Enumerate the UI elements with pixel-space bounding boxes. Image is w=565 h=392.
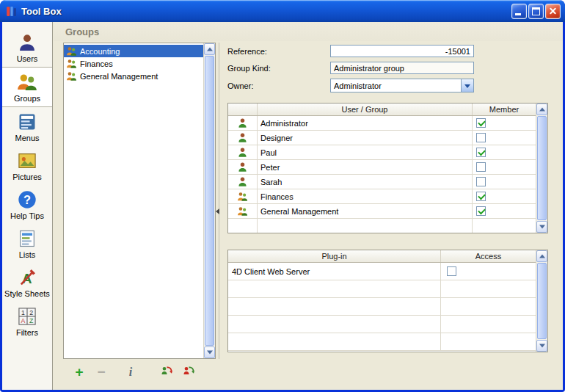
sidebar-item-menus[interactable]: Menus: [2, 107, 52, 146]
groups-list: Accounting Finances: [63, 43, 216, 359]
group-list-item[interactable]: Accounting: [64, 45, 203, 57]
export-users-button[interactable]: [180, 363, 197, 381]
scrollbar-thumb[interactable]: [537, 263, 547, 339]
owner-dropdown[interactable]: Administrator: [330, 79, 474, 92]
icon-column-header[interactable]: [228, 104, 258, 115]
sidebar-item-lists[interactable]: Lists: [2, 224, 52, 263]
user-icon: [237, 176, 248, 187]
sidebar-item-help-tips[interactable]: ? Help Tips: [2, 185, 52, 224]
add-group-button[interactable]: +: [70, 363, 88, 381]
info-button[interactable]: i: [122, 363, 139, 381]
page-header: Groups: [54, 22, 563, 41]
maximize-button[interactable]: [528, 4, 544, 19]
group-list-item[interactable]: General Management: [64, 70, 203, 82]
window-title: Tool Box: [21, 6, 511, 17]
scrollbar-thumb[interactable]: [205, 56, 214, 346]
close-button[interactable]: [545, 4, 561, 19]
empty-table-row[interactable]: [228, 219, 536, 233]
scroll-up-button[interactable]: [204, 43, 215, 55]
splitter[interactable]: [217, 43, 221, 359]
arrow-up-icon: [207, 48, 213, 51]
reference-field[interactable]: -15001: [330, 45, 474, 57]
member-checkbox[interactable]: [476, 192, 486, 201]
scroll-up-button[interactable]: [536, 250, 547, 262]
sidebar-item-label: Pictures: [12, 173, 42, 181]
table-row[interactable]: 4D Client Web Server: [228, 263, 536, 280]
member-checkbox[interactable]: [476, 162, 486, 172]
group-icon: [66, 46, 77, 57]
members-table: User / Group Member Administrator Design…: [227, 103, 548, 233]
group-name: Accounting: [80, 47, 120, 56]
minimize-button[interactable]: [511, 4, 527, 19]
group-kind-label: Group Kind:: [227, 64, 271, 73]
empty-table-row[interactable]: [228, 316, 536, 333]
access-column-header[interactable]: Access: [441, 250, 536, 262]
group-kind-field[interactable]: Administrator group: [330, 62, 474, 74]
scroll-up-button[interactable]: [536, 104, 547, 115]
dropdown-button[interactable]: [461, 79, 473, 92]
empty-table-row[interactable]: [228, 333, 536, 351]
scroll-down-button[interactable]: [204, 346, 215, 358]
table-row[interactable]: Finances: [228, 189, 536, 204]
reference-value: -15001: [445, 47, 470, 56]
member-name: Paul: [258, 145, 473, 159]
member-checkbox[interactable]: [476, 177, 486, 186]
plugin-column-header[interactable]: Plug-in: [228, 250, 441, 262]
import-users-button[interactable]: [158, 363, 175, 381]
arrow-up-icon: [539, 255, 545, 258]
group-icon: [66, 58, 77, 69]
page-title: Groups: [65, 26, 99, 37]
arrow-down-icon: [207, 351, 213, 355]
member-column-header[interactable]: Member: [473, 104, 536, 115]
table-row[interactable]: Administrator: [228, 116, 536, 131]
svg-text:A: A: [21, 317, 25, 324]
export-users-icon: [182, 364, 195, 380]
group-icon: [237, 206, 248, 217]
user-group-column-header[interactable]: User / Group: [258, 104, 473, 115]
sidebar-item-filters[interactable]: 1 2 A Z Filters: [2, 302, 52, 341]
user-icon: [237, 147, 248, 158]
arrow-up-icon: [539, 108, 545, 112]
access-checkbox[interactable]: [447, 266, 456, 276]
table-row[interactable]: General Management: [228, 204, 536, 219]
table-row[interactable]: Paul: [228, 145, 536, 160]
table-row[interactable]: Sarah: [228, 175, 536, 189]
member-checkbox[interactable]: [476, 118, 486, 128]
collapse-arrow-icon: [216, 208, 219, 214]
import-users-icon: [160, 364, 173, 380]
sidebar-item-label: Filters: [16, 328, 38, 337]
member-checkbox[interactable]: [476, 206, 486, 216]
member-checkbox[interactable]: [476, 133, 486, 142]
empty-table-row[interactable]: [228, 280, 536, 298]
sidebar-item-groups[interactable]: Groups: [2, 67, 52, 107]
plugins-table-scrollbar[interactable]: [536, 250, 547, 352]
owner-label: Owner:: [227, 81, 253, 90]
arrow-down-icon: [539, 225, 545, 229]
group-name: General Management: [80, 72, 158, 81]
group-kind-value: Administrator group: [334, 64, 404, 73]
member-name: Designer: [258, 131, 473, 145]
members-table-scrollbar[interactable]: [536, 104, 547, 233]
group-name: Finances: [80, 59, 113, 68]
member-checkbox[interactable]: [476, 148, 486, 157]
sidebar: Users Groups: [2, 22, 53, 390]
scroll-down-button[interactable]: [536, 340, 547, 352]
maximize-icon: [532, 7, 540, 15]
lists-icon: [17, 228, 37, 249]
sidebar-item-users[interactable]: Users: [2, 28, 52, 67]
sidebar-item-style-sheets[interactable]: A Style Sheets: [2, 263, 52, 302]
sidebar-item-pictures[interactable]: Pictures: [2, 146, 52, 185]
groups-icon: [17, 72, 37, 92]
remove-group-button[interactable]: −: [92, 363, 110, 381]
scroll-down-button[interactable]: [536, 221, 547, 233]
table-row[interactable]: Peter: [228, 160, 536, 175]
table-row[interactable]: Designer: [228, 131, 536, 145]
pictures-icon: [17, 150, 37, 171]
title-bar[interactable]: Tool Box: [0, 0, 565, 22]
group-list-item[interactable]: Finances: [64, 57, 203, 70]
sidebar-item-label: Groups: [14, 94, 40, 103]
empty-table-row[interactable]: [228, 298, 536, 316]
groups-list-scrollbar[interactable]: [203, 43, 215, 358]
scrollbar-thumb[interactable]: [537, 116, 547, 220]
plugins-table: Plug-in Access 4D Client Web Server: [227, 250, 548, 352]
